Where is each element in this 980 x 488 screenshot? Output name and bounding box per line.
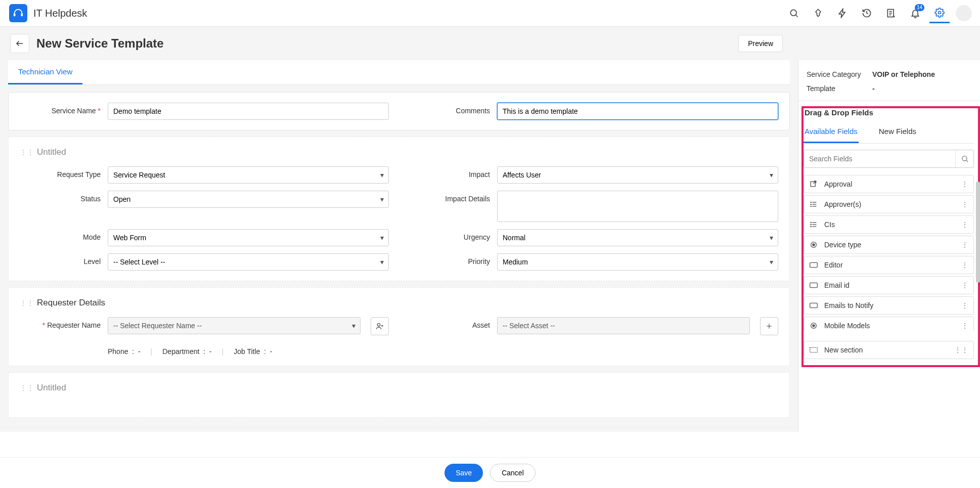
service-name-input[interactable]: [108, 103, 389, 120]
field-item[interactable]: Device type⋮: [804, 236, 974, 254]
field-type-icon: [809, 180, 818, 188]
priority-select[interactable]: Medium: [497, 253, 778, 271]
drag-handle-icon[interactable]: ⋮⋮: [20, 148, 34, 156]
field-item-label: Mobile Models: [824, 322, 870, 330]
bolt-icon[interactable]: [832, 3, 853, 23]
svg-point-15: [962, 156, 966, 161]
field-item[interactable]: Emails to Notify⋮: [804, 296, 974, 315]
avatar[interactable]: [954, 3, 974, 23]
page-titlebar: New Service Template Preview: [0, 27, 980, 60]
comments-label: Comments: [409, 103, 490, 115]
field-item[interactable]: Editor⋮: [804, 256, 974, 274]
view-tabs: Technician View: [8, 60, 790, 85]
drag-grip-icon[interactable]: ⋮: [961, 241, 968, 249]
field-type-icon: [809, 200, 818, 208]
tab-available-fields[interactable]: Available Fields: [804, 122, 859, 143]
svg-rect-0: [14, 13, 16, 16]
section-requester: ⋮⋮Requester Details * Requester Name -- …: [8, 287, 790, 366]
svg-rect-35: [810, 303, 818, 307]
preview-button[interactable]: Preview: [738, 35, 783, 52]
field-search-input[interactable]: [804, 150, 955, 167]
svg-point-23: [811, 204, 811, 204]
app-name: IT Helpdesk: [33, 8, 87, 19]
svg-point-32: [813, 244, 815, 246]
drag-grip-icon[interactable]: ⋮: [961, 281, 968, 289]
impact-details-textarea[interactable]: [497, 191, 778, 222]
urgency-label: Urgency: [409, 229, 490, 241]
field-search-button[interactable]: [955, 150, 973, 167]
gear-icon[interactable]: [929, 3, 950, 23]
tab-new-fields[interactable]: New Fields: [878, 122, 917, 143]
requester-meta: Phone : - | Department : - | Job Title :…: [108, 347, 272, 356]
svg-rect-38: [810, 347, 818, 352]
field-type-icon: [809, 262, 818, 268]
app-logo-icon: [9, 4, 27, 22]
scrollbar[interactable]: [976, 182, 980, 283]
asset-select[interactable]: -- Select Asset --: [497, 317, 750, 334]
request-type-select[interactable]: Service Request: [108, 166, 389, 184]
impact-select[interactable]: Affects User: [497, 166, 778, 184]
drag-grip-icon[interactable]: ⋮: [961, 220, 968, 229]
add-asset-button[interactable]: [760, 317, 778, 335]
requester-section-title: ⋮⋮Requester Details: [20, 298, 778, 312]
field-type-icon: [809, 241, 818, 249]
urgency-select[interactable]: Normal: [497, 229, 778, 246]
request-type-label: Request Type: [20, 166, 101, 179]
drag-grip-icon[interactable]: ⋮: [961, 261, 968, 269]
drag-grip-icon[interactable]: ⋮: [961, 322, 968, 330]
right-pane: Service CategoryVOIP or Telephone Templa…: [798, 60, 980, 432]
svg-line-3: [796, 15, 798, 17]
notes-icon[interactable]: [881, 3, 901, 23]
field-item[interactable]: CIs⋮: [804, 215, 974, 234]
svg-point-24: [811, 206, 811, 206]
add-requester-button[interactable]: [371, 317, 389, 335]
meta-template: Template-: [806, 81, 980, 96]
content-row: Technician View Service Name * Comments …: [0, 60, 980, 432]
field-item[interactable]: Approval⋮: [804, 175, 974, 193]
left-pane: Technician View Service Name * Comments …: [0, 60, 798, 432]
svg-rect-33: [810, 262, 818, 267]
requester-name-select[interactable]: -- Select Requester Name --: [108, 317, 361, 334]
meta-service-category: Service CategoryVOIP or Telephone: [806, 67, 980, 81]
tab-technician-view[interactable]: Technician View: [8, 60, 82, 84]
notif-badge: 14: [915, 4, 924, 11]
field-type-icon: [809, 282, 818, 288]
field-tabs: Available Fields New Fields: [804, 122, 974, 144]
svg-point-10: [377, 324, 380, 326]
section-icon: [809, 347, 818, 353]
status-label: Status: [20, 191, 101, 203]
field-item-label: Approval: [824, 180, 852, 188]
drag-grip-icon[interactable]: ⋮: [961, 301, 968, 309]
field-item-label: Email id: [824, 281, 850, 289]
drag-handle-icon[interactable]: ⋮⋮: [20, 299, 34, 307]
drag-grip-icon[interactable]: ⋮: [961, 200, 968, 208]
asset-label: Asset: [409, 317, 490, 329]
field-item[interactable]: Email id⋮: [804, 276, 974, 294]
field-search: [804, 150, 974, 168]
drag-grip-icon[interactable]: ⋮: [961, 180, 968, 188]
drag-drop-fields-panel: Drag & Drop Fields Available Fields New …: [801, 106, 980, 367]
pin-icon[interactable]: [808, 3, 828, 23]
drag-handle-icon[interactable]: ⋮⋮: [20, 384, 34, 392]
svg-point-8: [939, 11, 941, 14]
back-button[interactable]: [10, 34, 29, 53]
history-icon[interactable]: [857, 3, 877, 23]
dd-title: Drag & Drop Fields: [804, 108, 974, 122]
app-header: IT Helpdesk 14: [0, 0, 980, 27]
level-select[interactable]: -- Select Level --: [108, 253, 389, 271]
svg-point-22: [811, 202, 811, 202]
section-untitled-1: ⋮⋮Untitled Request Type Service Request▾…: [8, 137, 790, 281]
section-untitled-2: ⋮⋮Untitled: [8, 372, 790, 418]
drag-grip-icon[interactable]: ⋮⋮: [954, 346, 968, 354]
field-item[interactable]: Approver(s)⋮: [804, 195, 974, 213]
comments-input[interactable]: [497, 103, 778, 120]
mode-select[interactable]: Web Form: [108, 229, 389, 246]
section-basic: Service Name * Comments: [8, 92, 790, 130]
bell-icon[interactable]: 14: [905, 3, 925, 23]
impact-details-label: Impact Details: [409, 191, 490, 203]
new-section-item[interactable]: New section ⋮⋮: [804, 341, 974, 359]
status-select[interactable]: Open: [108, 191, 389, 208]
search-icon[interactable]: [784, 3, 804, 23]
svg-point-2: [790, 10, 796, 16]
field-item[interactable]: Mobile Models⋮: [804, 317, 974, 331]
